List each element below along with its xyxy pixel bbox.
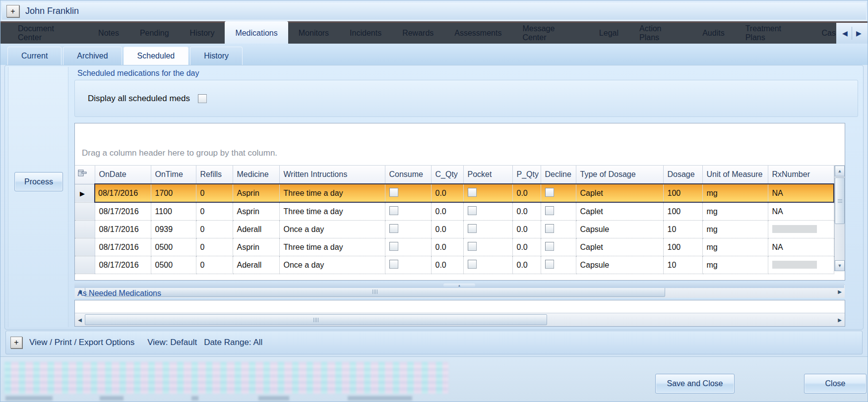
column-header-medicine[interactable]: Medicine	[233, 166, 279, 184]
consume-checkbox[interactable]	[389, 206, 398, 215]
group-by-panel[interactable]: Drag a column header here to group by th…	[75, 123, 845, 166]
column-header-c-qty[interactable]: C_Qty	[431, 166, 463, 184]
table-row[interactable]: 08/17/201605000AderallOnce a day0.00.0Ca…	[75, 256, 834, 274]
consume-checkbox[interactable]	[389, 260, 398, 269]
nav-tab-pending[interactable]: Pending	[129, 23, 180, 44]
nav-tab-assessments[interactable]: Assessments	[444, 23, 512, 44]
decline-checkbox[interactable]	[545, 224, 554, 233]
subtab-archived[interactable]: Archived	[63, 47, 122, 65]
table-row[interactable]: 08/17/201605000AsprinThree time a day0.0…	[75, 238, 834, 256]
column-header-consume[interactable]: Consume	[385, 166, 431, 184]
column-header-dosage[interactable]: Dosage	[663, 166, 702, 184]
nav-tab-document-center[interactable]: Document Center	[7, 23, 88, 44]
cell-on-time: 0939	[151, 221, 196, 238]
consume-checkbox[interactable]	[389, 224, 398, 233]
cell-refills: 0	[196, 184, 233, 202]
nav-tab-notes[interactable]: Notes	[88, 23, 129, 44]
cell-p-qty: 0.0	[512, 202, 541, 221]
nav-scroll-left-icon[interactable]: ◀	[842, 29, 848, 37]
cell-refills: 0	[196, 256, 233, 274]
cell-dosage: 10	[663, 221, 702, 238]
date-range-value: Date Range: All	[204, 338, 262, 347]
grid-vertical-scrollbar[interactable]: ▲ ▼	[834, 166, 845, 271]
scheduled-meds-content: Scheduled medications for the day Displa…	[70, 66, 861, 328]
splitter-grip-icon[interactable]: ▲	[443, 284, 475, 287]
expand-options-button[interactable]: +	[10, 337, 22, 348]
nav-scroll-arrows: ◀ ▶	[836, 23, 868, 44]
pocket-checkbox[interactable]	[468, 188, 477, 197]
column-header-ontime[interactable]: OnTime	[151, 166, 196, 184]
column-header-rxnumber[interactable]: RxNumber	[768, 166, 834, 184]
column-header-pocket[interactable]: Pocket	[463, 166, 512, 184]
horizontal-scroll-thumb[interactable]	[85, 314, 547, 325]
scroll-right-icon[interactable]: ▶	[835, 314, 845, 326]
scroll-left-icon[interactable]: ◀	[75, 314, 85, 326]
scroll-up-icon[interactable]: ▲	[835, 166, 845, 176]
column-header-ondate[interactable]: OnDate	[95, 166, 151, 184]
scroll-down-icon[interactable]: ▼	[835, 260, 845, 271]
pocket-checkbox[interactable]	[468, 242, 477, 251]
nav-tab-message-center[interactable]: Message Center	[512, 23, 588, 44]
column-header-written-intructions[interactable]: Written Intructions	[279, 166, 385, 184]
process-button[interactable]: Process	[14, 172, 63, 191]
cell-dosage-type: Caplet	[576, 202, 663, 221]
decline-checkbox[interactable]	[545, 242, 554, 251]
subtab-history[interactable]: History	[190, 47, 243, 65]
decline-checkbox[interactable]	[545, 260, 554, 269]
nav-arrow-divider	[852, 27, 852, 39]
column-header-type-of-dosage[interactable]: Type of Dosage	[576, 166, 663, 184]
decline-checkbox[interactable]	[545, 206, 554, 215]
grid-customize-icon	[78, 170, 87, 177]
panel-splitter[interactable]: ▲	[74, 283, 844, 288]
nav-tab-rewards[interactable]: Rewards	[392, 23, 444, 44]
nav-tab-incidents[interactable]: Incidents	[339, 23, 392, 44]
nav-tab-action-plans[interactable]: Action Plans	[629, 23, 692, 44]
pocket-checkbox[interactable]	[468, 206, 477, 215]
nav-tab-medications[interactable]: Medications	[225, 21, 288, 44]
expand-patient-button[interactable]: +	[6, 5, 19, 17]
table-row[interactable]: 08/17/201609390AderallOnce a day0.00.0Ca…	[75, 221, 834, 238]
nav-tab-legal[interactable]: Legal	[589, 23, 629, 44]
cell-consume	[385, 202, 431, 221]
cell-c-qty: 0.0	[431, 238, 463, 256]
consume-checkbox[interactable]	[389, 242, 398, 251]
scheduled-meds-panel: Process Scheduled medications for the da…	[4, 65, 864, 330]
nav-tab-history[interactable]: History	[180, 23, 225, 44]
cell-instructions: Once a day	[279, 221, 385, 238]
vertical-scroll-thumb[interactable]	[835, 177, 845, 224]
as-needed-horizontal-scrollbar[interactable]: ◀ ▶	[75, 313, 845, 326]
cell-rx-number	[768, 221, 834, 238]
consume-checkbox[interactable]	[389, 188, 398, 197]
nav-scroll-right-icon[interactable]: ▶	[856, 29, 862, 37]
subtab-current[interactable]: Current	[7, 47, 62, 65]
save-and-close-button[interactable]: Save and Close	[655, 374, 735, 394]
table-row[interactable]: 08/17/201611000AsprinThree time a day0.0…	[75, 202, 834, 221]
cell-consume	[385, 238, 431, 256]
display-all-groupbox: Display all scheduled meds	[74, 80, 858, 117]
cell-on-date: 08/17/2016	[95, 184, 151, 202]
cell-dosage: 10	[663, 256, 702, 274]
current-row-arrow-icon: ▶	[80, 190, 85, 197]
cell-decline	[541, 221, 576, 238]
column-header-decline[interactable]: Decline	[541, 166, 576, 184]
close-button[interactable]: Close	[804, 374, 867, 394]
nav-tab-treatment-plans[interactable]: Treatment Plans	[735, 23, 811, 44]
nav-tab-monitors[interactable]: Monitors	[288, 23, 339, 44]
subtab-scheduled[interactable]: Scheduled	[124, 47, 189, 65]
cell-instructions: Three time a day	[279, 238, 385, 256]
display-all-checkbox[interactable]	[198, 94, 207, 103]
cell-medicine: Aderall	[233, 256, 279, 274]
column-header-p-qty[interactable]: P_Qty	[512, 166, 541, 184]
pocket-checkbox[interactable]	[468, 224, 477, 233]
as-needed-grid: ◀ ▶	[74, 300, 845, 327]
nav-tab-audits[interactable]: Audits	[692, 23, 735, 44]
cell-unit: mg	[702, 256, 768, 274]
decline-checkbox[interactable]	[545, 188, 554, 197]
cell-unit: mg	[702, 202, 768, 221]
pocket-checkbox[interactable]	[468, 260, 477, 269]
column-header-unit-of-measure[interactable]: Unit of Measure	[702, 166, 768, 184]
column-header-refills[interactable]: Refills	[196, 166, 233, 184]
grid-customize-icon-cell[interactable]	[75, 166, 95, 184]
nav-tab-cas[interactable]: Cas	[811, 23, 836, 44]
table-row[interactable]: ▶08/17/201617000AsprinThree time a day0.…	[75, 184, 834, 202]
